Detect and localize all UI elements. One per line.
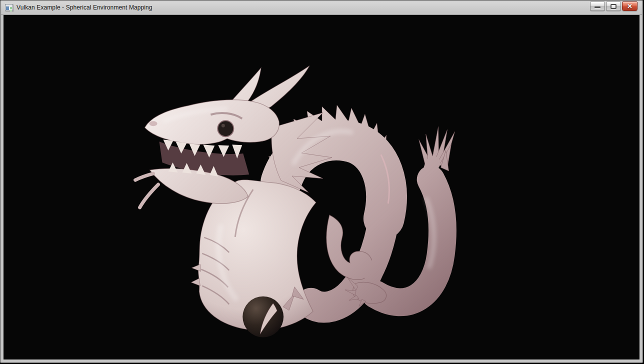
dragon-3d-render (4, 15, 640, 360)
application-icon (5, 4, 13, 11)
close-icon: ✕ (627, 3, 632, 10)
maximize-button[interactable] (606, 2, 621, 11)
close-button[interactable]: ✕ (622, 2, 638, 11)
application-icon-green-pane (10, 7, 12, 9)
app-window: Vulkan Example - Spherical Environment M… (0, 0, 643, 363)
application-icon-blue-pane (6, 6, 9, 10)
minimize-icon (594, 6, 600, 8)
minimize-button[interactable] (590, 2, 605, 11)
maximize-icon (610, 4, 616, 9)
dragon-ball (242, 296, 284, 338)
title-bar[interactable]: Vulkan Example - Spherical Environment M… (1, 1, 642, 14)
application-icon-body (6, 6, 12, 10)
window-controls: ✕ (590, 2, 638, 11)
window-title: Vulkan Example - Spherical Environment M… (16, 4, 152, 11)
dragon-whiskers (136, 174, 158, 208)
dragon-nostril (150, 121, 158, 126)
render-viewport[interactable] (4, 15, 640, 360)
dragon-eye (218, 120, 234, 136)
